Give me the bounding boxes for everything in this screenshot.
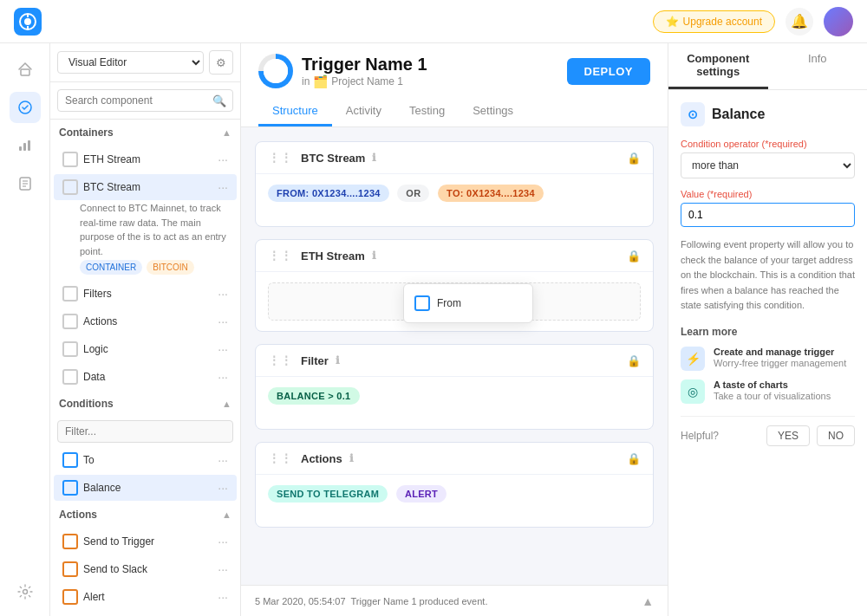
upgrade-account-button[interactable]: ⭐ Upgrade account bbox=[653, 10, 775, 33]
conditions-search-input[interactable] bbox=[57, 420, 233, 443]
helpful-label: Helpful? bbox=[681, 430, 759, 442]
alert-more-icon[interactable]: ··· bbox=[218, 590, 228, 604]
send-to-trigger-icon bbox=[62, 534, 78, 549]
btc-stream-block-header: ⋮⋮ BTC Stream ℹ 🔒 bbox=[256, 142, 653, 174]
sidebar-icon-reports[interactable] bbox=[10, 168, 41, 199]
notifications-button[interactable]: 🔔 bbox=[786, 8, 813, 36]
component-panel: Visual Editor Code Editor ⚙ 🔍 Containers… bbox=[50, 43, 241, 616]
panel-toolbar: Visual Editor Code Editor ⚙ bbox=[50, 43, 240, 82]
deploy-button[interactable]: DEPLOY bbox=[567, 58, 650, 85]
editor-mode-select[interactable]: Visual Editor Code Editor bbox=[57, 51, 204, 74]
value-required: (*required) bbox=[707, 189, 752, 199]
from-dropdown-item[interactable]: From bbox=[404, 289, 532, 317]
filters-label: Filters bbox=[83, 288, 112, 300]
actions-block: ⋮⋮ Actions ℹ 🔒 SEND TO TELEGRAM ALERT bbox=[255, 442, 654, 528]
value-input[interactable] bbox=[681, 203, 855, 227]
right-panel-body: ⊙ Balance Condition operator (*required)… bbox=[668, 90, 867, 458]
learn-trigger-icon: ⚡ bbox=[681, 347, 705, 371]
actions-info-icon[interactable]: ℹ bbox=[349, 452, 354, 464]
conditions-filter-area bbox=[50, 417, 240, 446]
or-chip: OR bbox=[397, 185, 429, 202]
panel-item-alert[interactable]: Alert ··· bbox=[54, 584, 237, 610]
layout: Visual Editor Code Editor ⚙ 🔍 Containers… bbox=[0, 43, 867, 616]
from-item-label: From bbox=[437, 297, 461, 309]
btc-stream-block-body: FROM: 0X1234....1234 OR TO: 0X1234....12… bbox=[256, 174, 653, 226]
filter-block-body: BALANCE > 0.1 bbox=[256, 377, 653, 429]
balance-panel-icon: ⊙ bbox=[681, 102, 705, 126]
svg-point-13 bbox=[23, 590, 27, 594]
panel-item-to[interactable]: To ··· bbox=[54, 447, 237, 473]
logic-more-icon[interactable]: ··· bbox=[218, 342, 228, 356]
btc-stream-title-text: BTC Stream bbox=[301, 152, 365, 165]
send-to-slack-more-icon[interactable]: ··· bbox=[218, 562, 228, 576]
eth-stream-drag-handle[interactable]: ⋮⋮ bbox=[268, 249, 292, 263]
condition-operator-label: Condition operator (*required) bbox=[681, 139, 855, 149]
containers-section-header[interactable]: Containers ▲ bbox=[50, 120, 240, 146]
sidebar-icon-home[interactable] bbox=[10, 54, 41, 85]
tab-testing[interactable]: Testing bbox=[395, 97, 459, 126]
eth-stream-more-icon[interactable]: ··· bbox=[218, 152, 228, 166]
panel-gear-button[interactable]: ⚙ bbox=[209, 50, 233, 75]
sidebar-icon-analytics[interactable] bbox=[10, 130, 41, 161]
panel-item-send-to-slack[interactable]: Send to Slack ··· bbox=[54, 556, 237, 582]
learn-item-trigger[interactable]: ⚡ Create and manage trigger Worry-free t… bbox=[681, 347, 855, 371]
filters-more-icon[interactable]: ··· bbox=[218, 287, 228, 301]
to-more-icon[interactable]: ··· bbox=[218, 453, 228, 467]
panel-item-btc-stream[interactable]: BTC Stream ··· bbox=[54, 174, 237, 200]
tab-settings[interactable]: Settings bbox=[459, 97, 527, 126]
right-tab-info[interactable]: Info bbox=[768, 43, 868, 89]
actions-drag-handle[interactable]: ⋮⋮ bbox=[268, 451, 292, 465]
to-label: To bbox=[83, 454, 95, 466]
search-input[interactable] bbox=[57, 89, 233, 112]
send-to-trigger-more-icon[interactable]: ··· bbox=[218, 535, 228, 548]
trigger-title-left: Trigger Name 1 in 🗂️ Project Name 1 bbox=[258, 54, 427, 88]
filter-drag-handle[interactable]: ⋮⋮ bbox=[268, 353, 292, 367]
status-bar: 5 Mar 2020, 05:54:07 Trigger Name 1 prod… bbox=[241, 585, 668, 616]
filter-block-title: ⋮⋮ Filter ℹ bbox=[268, 353, 340, 367]
from-dropdown: From bbox=[403, 283, 533, 323]
data-more-icon[interactable]: ··· bbox=[218, 370, 228, 384]
conditions-section-header[interactable]: Conditions ▲ bbox=[50, 391, 240, 417]
learn-item-charts[interactable]: ◎ A taste of charts Take a tour of visua… bbox=[681, 379, 855, 404]
status-chevron-icon[interactable]: ▲ bbox=[642, 594, 654, 608]
panel-item-eth-stream[interactable]: ETH Stream ··· bbox=[54, 146, 237, 172]
to-item-icon bbox=[62, 452, 78, 468]
eth-stream-block-header: ⋮⋮ ETH Stream ℹ 🔒 bbox=[256, 240, 653, 272]
panel-item-actions-container[interactable]: Actions ··· bbox=[54, 308, 237, 334]
actions-container-more-icon[interactable]: ··· bbox=[218, 314, 228, 328]
avatar[interactable] bbox=[824, 7, 853, 36]
panel-item-balance[interactable]: Balance ··· bbox=[54, 475, 237, 501]
filter-info-icon[interactable]: ℹ bbox=[336, 354, 340, 366]
alert-label: Alert bbox=[83, 591, 105, 603]
right-tab-component-settings[interactable]: Component settings bbox=[668, 43, 768, 89]
search-wrap: 🔍 bbox=[50, 82, 240, 120]
balance-title-row: ⊙ Balance bbox=[681, 102, 855, 126]
panel-item-send-to-trigger[interactable]: Send to Trigger ··· bbox=[54, 528, 237, 554]
tag-container: CONTAINER bbox=[80, 260, 142, 275]
alert-icon bbox=[62, 589, 78, 605]
btc-stream-drag-handle[interactable]: ⋮⋮ bbox=[268, 151, 292, 165]
panel-item-filters[interactable]: Filters ··· bbox=[54, 281, 237, 307]
sidebar-icon-triggers[interactable] bbox=[10, 92, 41, 123]
send-telegram-chip: SEND TO TELEGRAM bbox=[268, 485, 388, 503]
yes-button[interactable]: YES bbox=[766, 425, 810, 446]
sidebar-icon-settings[interactable] bbox=[10, 576, 41, 607]
conditions-label: Conditions bbox=[59, 398, 114, 410]
panel-item-data[interactable]: Data ··· bbox=[54, 364, 237, 390]
tab-structure[interactable]: Structure bbox=[258, 97, 332, 126]
eth-stream-info-icon[interactable]: ℹ bbox=[372, 250, 376, 262]
btc-stream-more-icon[interactable]: ··· bbox=[218, 180, 228, 194]
panel-item-logic[interactable]: Logic ··· bbox=[54, 336, 237, 362]
data-label: Data bbox=[83, 371, 105, 383]
btc-stream-info-icon[interactable]: ℹ bbox=[372, 152, 376, 164]
no-button[interactable]: NO bbox=[817, 425, 855, 446]
status-timestamp: 5 Mar 2020, 05:54:07 bbox=[255, 596, 346, 606]
eth-stream-block-title: ⋮⋮ ETH Stream ℹ bbox=[268, 249, 376, 263]
tag-bitcoin: BITCOIN bbox=[147, 260, 194, 275]
logo-icon[interactable] bbox=[14, 8, 42, 36]
balance-more-icon[interactable]: ··· bbox=[218, 481, 228, 495]
actions-section-header[interactable]: Actions ▲ bbox=[50, 502, 240, 528]
tab-activity[interactable]: Activity bbox=[332, 97, 395, 126]
trigger-progress-icon bbox=[258, 54, 293, 88]
condition-operator-select[interactable]: more than less than equal to bbox=[681, 152, 855, 178]
